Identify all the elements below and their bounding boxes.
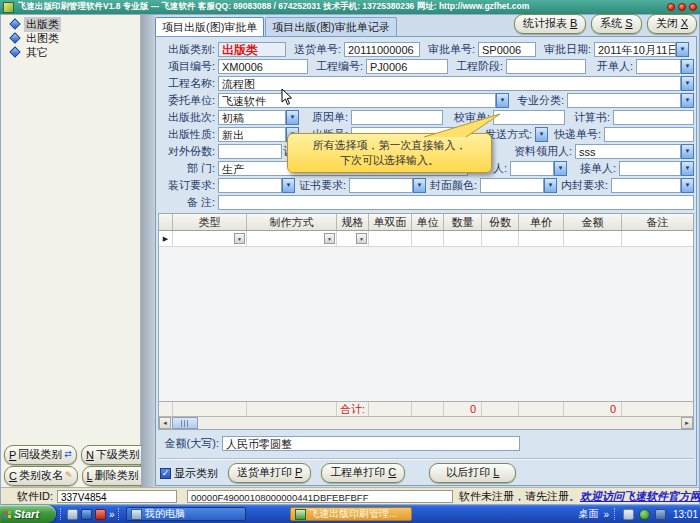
person-dropdown-button[interactable]: ▼ xyxy=(554,161,567,176)
send-method-dropdown-button[interactable]: ▼ xyxy=(535,127,548,142)
material-recipient-input[interactable]: sss xyxy=(575,144,681,159)
tree-item-publish[interactable]: 出版类 xyxy=(3,17,138,31)
cell-sides[interactable] xyxy=(369,231,412,246)
scroll-right-button[interactable]: ► xyxy=(681,417,693,429)
print-later-button[interactable]: 以后打印L xyxy=(429,463,516,483)
approval-no-input[interactable]: SP0006 xyxy=(478,42,536,57)
tray-shield-icon[interactable] xyxy=(639,509,650,520)
cell-dropdown-button[interactable]: ▼ xyxy=(356,233,367,244)
cell-type[interactable]: ▼ xyxy=(173,231,247,246)
publish-batch-dropdown-button[interactable]: ▼ xyxy=(286,110,299,125)
column-header-unit[interactable]: 单位 xyxy=(412,214,444,230)
cell-dropdown-button[interactable]: ▼ xyxy=(324,233,335,244)
quick-launch-icon-3[interactable] xyxy=(95,509,106,520)
panel-splitter[interactable] xyxy=(141,15,155,487)
cell-spec[interactable]: ▼ xyxy=(337,231,369,246)
sibling-category-button[interactable]: P同级类别 ⇄ xyxy=(4,445,77,465)
engineering-no-input[interactable]: PJ0006 xyxy=(366,59,448,74)
window-control-button[interactable] xyxy=(678,3,686,11)
tray-network-icon[interactable] xyxy=(655,509,666,520)
amount-words-input[interactable]: 人民币零圆整 xyxy=(222,436,520,451)
show-category-toggle[interactable]: ✓ 显示类别 xyxy=(160,466,218,481)
scrollbar-thumb[interactable] xyxy=(172,417,198,429)
tab-approval-records[interactable]: 项目出版(图)审批单记录 xyxy=(265,17,396,36)
taskbar-item-my-computer[interactable]: 我的电脑 xyxy=(126,507,246,521)
print-engineering-button[interactable]: 工程单打印C xyxy=(321,463,405,483)
column-header-remark[interactable]: 备注 xyxy=(622,214,693,230)
table-edit-row[interactable]: ▶ ▼ ▼ ▼ xyxy=(159,231,693,247)
certificate-req-dropdown-button[interactable]: ▼ xyxy=(413,178,426,193)
scroll-left-button[interactable]: ◄ xyxy=(159,417,171,429)
cover-color-input[interactable] xyxy=(480,178,544,193)
column-header-sides[interactable]: 单双面 xyxy=(369,214,412,230)
cell-copies[interactable] xyxy=(482,231,519,246)
express-no-input[interactable] xyxy=(604,127,694,142)
specialty-class-input[interactable] xyxy=(567,93,681,108)
quick-launch-overflow-chevron[interactable]: » xyxy=(109,509,115,520)
remark-input[interactable] xyxy=(218,195,694,210)
column-header-spec[interactable]: 规格 xyxy=(337,214,369,230)
cell-amount[interactable] xyxy=(564,231,622,246)
official-site-link[interactable]: 欢迎访问飞速软件官方网站 xyxy=(580,489,700,504)
material-recipient-dropdown-button[interactable]: ▼ xyxy=(681,144,694,159)
report-button[interactable]: 统计报表B xyxy=(514,14,586,34)
cell-method[interactable]: ▼ xyxy=(247,231,337,246)
cell-dropdown-button[interactable]: ▼ xyxy=(234,233,245,244)
start-button[interactable]: Start xyxy=(0,505,56,523)
approval-date-dropdown-button[interactable]: ▼ xyxy=(676,42,689,57)
approval-date-input[interactable]: 2011年10月11日 xyxy=(594,42,676,57)
rename-category-button[interactable]: C类别改名 ✎ xyxy=(4,466,78,486)
binding-req-dropdown-button[interactable]: ▼ xyxy=(282,178,295,193)
client-unit-input[interactable]: 飞速软件 xyxy=(218,93,496,108)
inner-cover-req-input[interactable] xyxy=(611,178,681,193)
project-name-dropdown-button[interactable]: ▼ xyxy=(681,76,694,91)
cell-quantity[interactable] xyxy=(444,231,482,246)
engineering-stage-input[interactable] xyxy=(506,59,586,74)
order-taker-input[interactable] xyxy=(619,161,681,176)
calc-book-input[interactable] xyxy=(613,110,694,125)
cell-price[interactable] xyxy=(519,231,564,246)
specialty-class-dropdown-button[interactable]: ▼ xyxy=(681,93,694,108)
delivery-no-input[interactable]: 20111000006 xyxy=(344,42,420,57)
quick-launch-icon-1[interactable] xyxy=(67,509,78,520)
desktop-toolbar-label[interactable]: 桌面 xyxy=(578,507,598,521)
publish-batch-input[interactable]: 初稿 xyxy=(218,110,286,125)
tree-item-other[interactable]: 其它 xyxy=(3,45,138,59)
external-copies-input[interactable] xyxy=(218,144,282,159)
order-taker-dropdown-button[interactable]: ▼ xyxy=(681,161,694,176)
tree-item-drawing[interactable]: 出图类 xyxy=(3,31,138,45)
window-control-button[interactable] xyxy=(689,3,697,11)
desktop-toolbar-chevron[interactable]: » xyxy=(603,509,609,520)
issuer-dropdown-button[interactable]: ▼ xyxy=(681,59,694,74)
horizontal-scrollbar[interactable]: ◄ ► xyxy=(159,416,693,429)
taskbar-item-publishing-app[interactable]: 飞速出版印刷管理... xyxy=(290,507,412,521)
column-header-method[interactable]: 制作方式 xyxy=(247,214,337,230)
column-header-copies[interactable]: 份数 xyxy=(482,214,519,230)
show-category-checkbox[interactable]: ✓ xyxy=(160,468,171,479)
column-header-type[interactable]: 类型 xyxy=(173,214,247,230)
issuer-input[interactable] xyxy=(636,59,681,74)
cell-remark[interactable] xyxy=(622,231,693,246)
certificate-req-input[interactable] xyxy=(349,178,413,193)
category-sidebar: 出版类 出图类 其它 P同级类别 ⇄ N下级类别 ⇵ xyxy=(1,15,141,487)
toolbar-handle[interactable] xyxy=(60,508,64,520)
inner-cover-req-dropdown-button[interactable]: ▼ xyxy=(681,178,694,193)
quick-launch-icon-2[interactable] xyxy=(81,509,92,520)
system-button[interactable]: 系统S xyxy=(591,14,641,34)
publish-nature-input[interactable]: 新出 xyxy=(218,127,286,142)
close-button[interactable]: 关闭X xyxy=(647,14,697,34)
toolbar-handle[interactable] xyxy=(118,508,122,520)
column-header-price[interactable]: 单价 xyxy=(519,214,564,230)
binding-req-input[interactable] xyxy=(218,178,282,193)
column-header-quantity[interactable]: 数量 xyxy=(444,214,482,230)
window-control-button[interactable] xyxy=(667,3,675,11)
cover-color-dropdown-button[interactable]: ▼ xyxy=(544,178,557,193)
client-unit-dropdown-button[interactable]: ▼ xyxy=(496,93,509,108)
project-no-input[interactable]: XM0006 xyxy=(218,59,308,74)
tray-window-icon[interactable] xyxy=(623,509,634,520)
cell-unit[interactable] xyxy=(412,231,444,246)
column-header-amount[interactable]: 金额 xyxy=(564,214,622,230)
person-input[interactable] xyxy=(510,161,554,176)
tab-approval-form[interactable]: 项目出版(图)审批单 xyxy=(155,17,264,36)
print-delivery-button[interactable]: 送货单打印P xyxy=(228,463,311,483)
